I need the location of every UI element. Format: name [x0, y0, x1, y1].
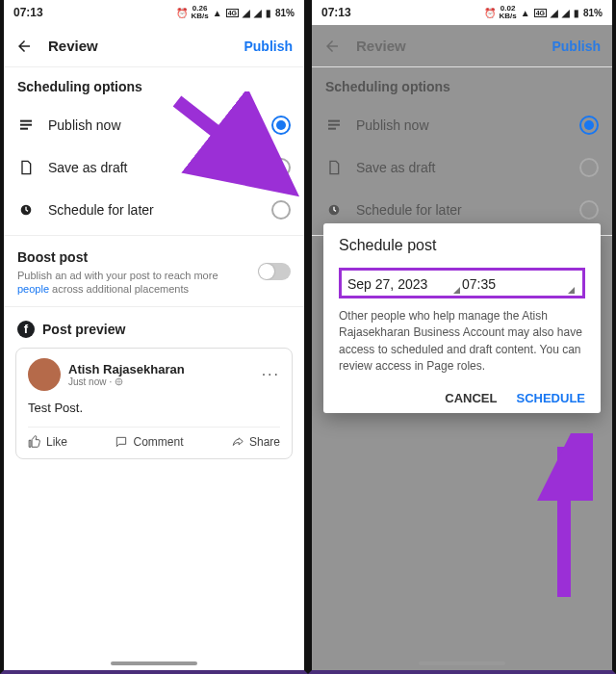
schedule-button[interactable]: SCHEDULE: [516, 391, 585, 405]
radio-unselected: [579, 158, 599, 177]
page-title: Review: [356, 38, 552, 54]
date-picker[interactable]: Sep 27, 2023: [347, 274, 462, 294]
boost-desc: Publish an ad with your post to reach mo…: [17, 269, 250, 297]
svg-rect-7: [328, 124, 340, 126]
volte-icon: 4G: [226, 9, 239, 17]
like-icon: [28, 435, 41, 449]
boost-toggle[interactable]: [258, 263, 291, 280]
like-button[interactable]: Like: [28, 435, 67, 449]
alarm-icon: ⏰: [176, 8, 188, 18]
draft-icon: [325, 160, 343, 175]
comment-button[interactable]: Comment: [115, 435, 183, 449]
post-preview-header: f Post preview: [4, 311, 304, 346]
svg-rect-8: [328, 128, 336, 130]
post-preview-card: Atish Rajasekharan Just now · ··· Test P…: [15, 348, 293, 459]
clock-text: 07:13: [13, 6, 43, 19]
clock-text: 07:13: [321, 6, 351, 19]
network-speed: 0.26 KB/s: [192, 5, 209, 20]
post-actions: Like Comment Share: [28, 427, 280, 449]
option-save-draft[interactable]: Save as draft: [4, 146, 304, 189]
status-icons: ⏰ 0.02 KB/s ▲ 4G ◢ ◢ ▮ 81%: [484, 5, 603, 20]
facebook-icon: f: [17, 321, 35, 338]
comment-icon: [115, 435, 128, 449]
option-save-draft: Save as draft: [312, 146, 612, 189]
dialog-message: Other people who help manage the Atish R…: [339, 308, 585, 376]
svg-rect-6: [328, 120, 340, 122]
signal-icon-2: ◢: [562, 8, 570, 18]
radio-selected: [579, 116, 599, 135]
home-indicator: [419, 661, 505, 665]
status-icons: ⏰ 0.26 KB/s ▲ 4G ◢ ◢ ▮ 81%: [176, 5, 295, 20]
scheduling-section-title: Scheduling options: [4, 67, 304, 104]
svg-rect-0: [20, 120, 32, 122]
clock-icon: [325, 202, 343, 218]
publish-button[interactable]: Publish: [244, 39, 293, 54]
datetime-row: Sep 27, 2023 07:35: [339, 268, 585, 298]
wifi-icon: ▲: [213, 8, 222, 18]
boost-title: Boost post: [17, 249, 250, 265]
wifi-icon: ▲: [521, 8, 530, 18]
publish-button: Publish: [552, 39, 601, 54]
schedule-post-dialog: Schedule post Sep 27, 2023 07:35 Other p…: [323, 223, 601, 413]
home-indicator: [111, 661, 197, 665]
svg-rect-2: [20, 128, 28, 130]
feed-icon: [17, 117, 35, 133]
post-author: Atish Rajasekharan: [68, 362, 262, 376]
clock-icon: [17, 202, 35, 218]
divider: [4, 306, 304, 307]
battery-text: 81%: [583, 8, 603, 18]
network-speed: 0.02 KB/s: [500, 5, 517, 20]
time-picker[interactable]: 07:35: [462, 274, 577, 294]
signal-icon: ◢: [551, 8, 558, 18]
back-arrow-icon: [15, 38, 33, 55]
option-publish-now: Publish now: [312, 104, 612, 146]
radio-selected[interactable]: [271, 116, 291, 135]
volte-icon: 4G: [534, 9, 547, 17]
option-publish-now[interactable]: Publish now: [4, 104, 304, 146]
status-bar: 07:13 ⏰ 0.02 KB/s ▲ 4G ◢ ◢ ▮ 81%: [312, 0, 612, 25]
svg-rect-1: [20, 124, 32, 126]
avatar: [28, 358, 61, 391]
alarm-icon: ⏰: [484, 8, 496, 18]
people-link[interactable]: people: [17, 283, 49, 295]
back-button[interactable]: [15, 38, 35, 55]
option-schedule-later[interactable]: Schedule for later: [4, 189, 304, 231]
option-label: Schedule for later: [48, 202, 258, 218]
boost-post-section: Boost post Publish an ad with your post …: [4, 240, 304, 302]
radio-unselected: [579, 200, 599, 220]
radio-unselected[interactable]: [271, 158, 291, 177]
signal-icon: ◢: [243, 8, 250, 18]
scheduling-section-title: Scheduling options: [312, 67, 612, 104]
share-button[interactable]: Share: [231, 435, 280, 449]
globe-icon: [115, 377, 123, 386]
cancel-button[interactable]: CANCEL: [445, 391, 497, 405]
feed-icon: [325, 117, 343, 133]
option-label: Save as draft: [48, 160, 258, 175]
dialog-title: Schedule post: [339, 237, 585, 254]
back-button: [323, 38, 343, 55]
post-body: Test Post.: [28, 391, 280, 427]
draft-icon: [17, 160, 35, 175]
signal-icon-2: ◢: [254, 8, 262, 18]
battery-icon: ▮: [266, 8, 271, 18]
page-title: Review: [48, 38, 244, 54]
post-timestamp: Just now ·: [68, 376, 262, 387]
post-more-button[interactable]: ···: [262, 366, 280, 383]
share-icon: [231, 435, 244, 449]
battery-icon: ▮: [574, 8, 579, 18]
app-header: Review Publish: [4, 25, 304, 67]
divider: [4, 235, 304, 236]
radio-unselected[interactable]: [271, 200, 291, 220]
app-header: Review Publish: [312, 25, 612, 67]
status-bar: 07:13 ⏰ 0.26 KB/s ▲ 4G ◢ ◢ ▮ 81%: [4, 0, 304, 25]
battery-text: 81%: [275, 8, 295, 18]
back-arrow-icon: [323, 38, 341, 55]
option-label: Publish now: [48, 117, 258, 133]
